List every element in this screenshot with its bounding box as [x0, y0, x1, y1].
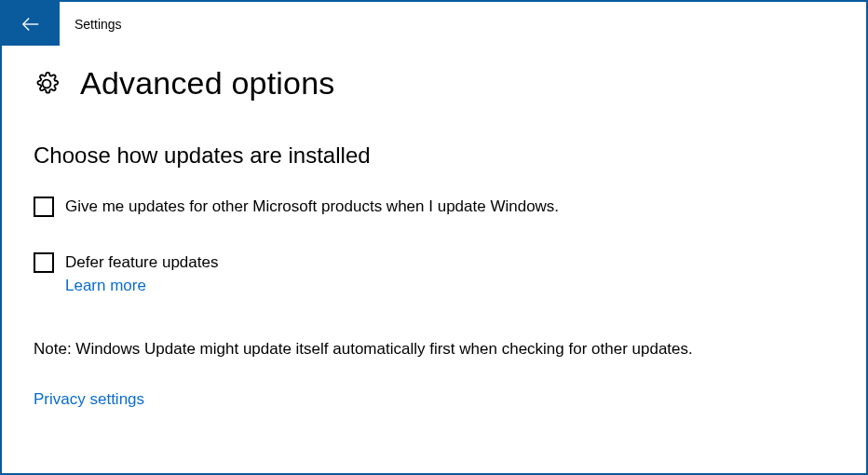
page-header: Advanced options — [34, 65, 834, 102]
note-text: Note: Windows Update might update itself… — [34, 340, 834, 359]
privacy-settings-link[interactable]: Privacy settings — [34, 390, 144, 408]
gear-icon — [34, 71, 60, 97]
checkbox-label-other-products: Give me updates for other Microsoft prod… — [65, 197, 559, 217]
learn-more-wrap: Learn more — [65, 277, 834, 295]
page-title: Advanced options — [80, 65, 335, 102]
learn-more-link[interactable]: Learn more — [65, 277, 146, 294]
checkbox-other-products[interactable] — [34, 197, 54, 217]
back-arrow-icon — [20, 14, 41, 34]
checkbox-defer-updates[interactable] — [34, 252, 54, 273]
option-other-products: Give me updates for other Microsoft prod… — [34, 197, 834, 217]
content-area: Advanced options Choose how updates are … — [2, 47, 866, 409]
window-title: Settings — [60, 2, 122, 46]
titlebar: Settings — [2, 2, 866, 47]
option-defer-updates: Defer feature updates — [34, 252, 834, 273]
section-heading: Choose how updates are installed — [34, 142, 834, 169]
checkbox-label-defer-updates: Defer feature updates — [65, 252, 218, 273]
back-button[interactable] — [2, 2, 60, 46]
